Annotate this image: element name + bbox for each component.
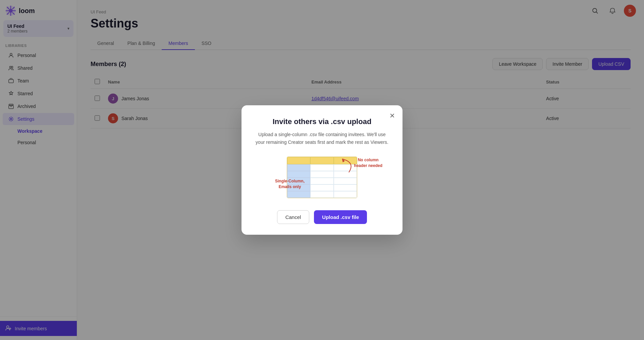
modal-close-button[interactable]: ✕: [387, 111, 397, 121]
annotation-right-text: No columnheader needed: [354, 157, 382, 169]
modal-actions: Cancel Upload .csv file: [255, 210, 389, 224]
annotation-left-text: Single-Column,Emails only: [275, 178, 305, 190]
modal-description: Upload a single-column .csv file contain…: [255, 131, 389, 146]
modal-overlay[interactable]: ✕ Invite others via .csv upload Upload a…: [0, 0, 644, 340]
upload-csv-file-button[interactable]: Upload .csv file: [314, 210, 367, 224]
csv-upload-modal: ✕ Invite others via .csv upload Upload a…: [241, 105, 402, 235]
cancel-button[interactable]: Cancel: [277, 210, 310, 224]
annotation-single-column: Single-Column,Emails only: [275, 178, 305, 190]
csv-illustration: Single-Column,Emails only: [255, 154, 389, 201]
modal-title: Invite others via .csv upload: [255, 117, 389, 126]
annotation-no-header: No columnheader needed: [354, 157, 382, 169]
